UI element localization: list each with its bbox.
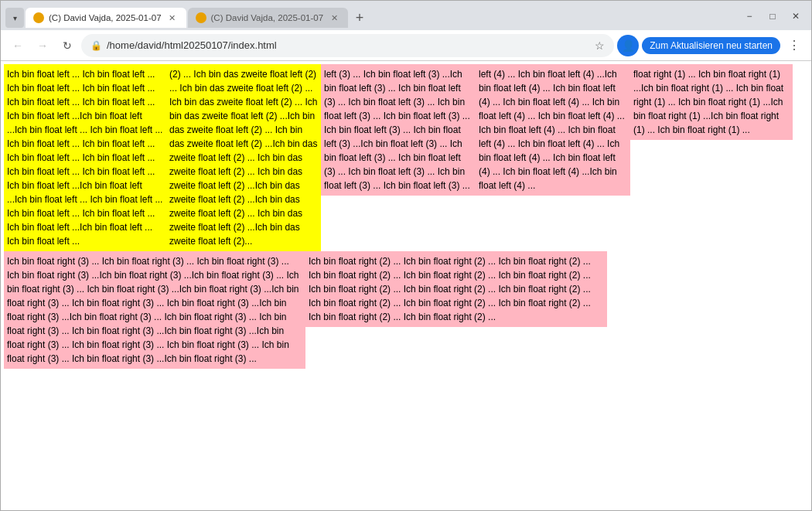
browser-window: ▾ (C) David Vajda, 2025-01-07 ✕ (C) Davi… bbox=[0, 0, 812, 511]
window-controls: − □ ✕ bbox=[739, 8, 807, 28]
col-float-left-2: (2) ... Ich bin das zweite float left (2… bbox=[166, 64, 321, 251]
col-float-right-3: Ich bin float right (3) ... Ich bin floa… bbox=[4, 251, 305, 369]
back-button[interactable]: ← bbox=[7, 35, 29, 56]
tab-1-close[interactable]: ✕ bbox=[166, 12, 179, 24]
col-float-right-1-text: float right (1) ... Ich bin float right … bbox=[633, 69, 783, 135]
bookmark-icon[interactable]: ☆ bbox=[595, 39, 605, 52]
nav-bar: ← → ↻ 🔒 /home/david/html20250107/index.h… bbox=[1, 30, 811, 61]
col-float-left-4-text: left (4) ... Ich bin float left (4) ...I… bbox=[479, 69, 625, 191]
col-float-left-2-text: (2) ... Ich bin das zweite float left (2… bbox=[169, 69, 317, 247]
tab-1[interactable]: (C) David Vajda, 2025-01-07 ✕ bbox=[26, 8, 186, 28]
update-button[interactable]: Zum Aktualisieren neu starten bbox=[642, 37, 780, 54]
page-content: Ich bin float left ... Ich bin float lef… bbox=[1, 61, 811, 510]
col-float-right-2: Ich bin float right (2) ... Ich bin floa… bbox=[305, 251, 607, 327]
tab-2-icon bbox=[196, 12, 206, 23]
tab-2-close[interactable]: ✕ bbox=[328, 12, 340, 24]
col-float-left-1: Ich bin float left ... Ich bin float lef… bbox=[4, 64, 166, 251]
profile-button[interactable]: 👤 bbox=[617, 35, 639, 56]
tab-1-icon bbox=[33, 12, 44, 23]
scrollable-area[interactable]: Ich bin float left ... Ich bin float lef… bbox=[1, 61, 811, 510]
new-tab-button[interactable]: + bbox=[350, 8, 370, 28]
address-bar[interactable]: 🔒 /home/david/html20250107/index.html ☆ bbox=[81, 34, 614, 57]
tab-bar: ▾ (C) David Vajda, 2025-01-07 ✕ (C) Davi… bbox=[1, 1, 811, 30]
col-float-right-3-text: Ich bin float right (3) ... Ich bin floa… bbox=[7, 256, 299, 364]
close-button[interactable]: ✕ bbox=[785, 8, 807, 25]
tab-2-label: (C) David Vajda, 2025-01-07 bbox=[211, 13, 324, 22]
col-float-right-2-text: Ich bin float right (2) ... Ich bin floa… bbox=[309, 256, 591, 322]
profile-icon: 👤 bbox=[622, 39, 635, 52]
minimize-button[interactable]: − bbox=[739, 8, 760, 25]
tab-2[interactable]: (C) David Vajda, 2025-01-07 ✕ bbox=[188, 8, 349, 28]
col-float-left-4: left (4) ... Ich bin float left (4) ...I… bbox=[476, 64, 630, 196]
float-container: Ich bin float left ... Ich bin float lef… bbox=[1, 61, 811, 372]
tab-dropdown[interactable]: ▾ bbox=[5, 8, 24, 28]
maximize-button[interactable]: □ bbox=[762, 8, 783, 25]
col-float-left-3-text: left (3) ... Ich bin float left (3) ...I… bbox=[324, 69, 470, 191]
forward-button[interactable]: → bbox=[32, 35, 53, 56]
address-text: /home/david/html20250107/index.html bbox=[107, 39, 590, 51]
menu-button[interactable]: ⋮ bbox=[783, 35, 805, 56]
address-lock-icon: 🔒 bbox=[90, 40, 102, 51]
col-float-left-3: left (3) ... Ich bin float left (3) ...I… bbox=[321, 64, 476, 196]
col-float-left-1-text: Ich bin float left ... Ich bin float lef… bbox=[7, 69, 162, 247]
col-float-right-1: float right (1) ... Ich bin float right … bbox=[630, 64, 793, 140]
tab-1-label: (C) David Vajda, 2025-01-07 bbox=[49, 13, 162, 22]
reload-button[interactable]: ↻ bbox=[56, 35, 78, 56]
